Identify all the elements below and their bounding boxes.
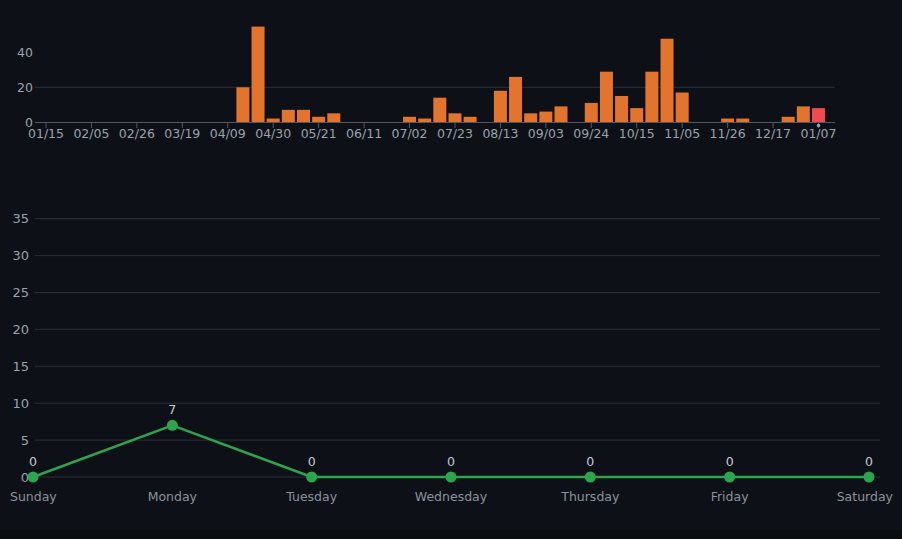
charts-canvas: 0204001/1502/0502/2603/1904/0904/3005/21…: [0, 0, 902, 539]
commit-week-bar[interactable]: [252, 27, 265, 122]
day-point-dot: [724, 472, 735, 483]
bar-chart-x-tick-label: 04/30: [255, 126, 291, 141]
line-chart-y-tick-label: 25: [12, 285, 29, 300]
bar-chart-x-tick-label: 05/21: [301, 126, 337, 141]
line-chart-y-tick-label: 30: [12, 248, 29, 263]
commit-week-bar[interactable]: [721, 119, 734, 122]
day-label: Friday: [711, 489, 749, 504]
day-label: Sunday: [10, 489, 57, 504]
commit-activity-page: 0204001/1502/0502/2603/1904/0904/3005/21…: [0, 0, 902, 539]
day-label: Monday: [148, 489, 198, 504]
bar-chart-x-tick-label: 12/17: [755, 126, 791, 141]
commit-week-bar[interactable]: [494, 91, 507, 122]
point-value-label: 0: [447, 454, 455, 469]
line-chart-y-tick-label: 10: [12, 396, 29, 411]
line-chart-y-tick-label: 5: [21, 433, 29, 448]
commit-week-bar[interactable]: [448, 113, 461, 122]
commit-week-bar[interactable]: [236, 87, 249, 122]
day-of-week-line-chart: 051015202530350Sunday7Monday0Tuesday0Wed…: [10, 211, 894, 504]
commit-week-bar[interactable]: [464, 117, 477, 122]
commit-week-bar[interactable]: [403, 117, 416, 122]
bar-chart-x-tick-label: 07/23: [437, 126, 473, 141]
bar-chart-x-tick-label: 01/07: [800, 126, 836, 141]
bar-chart-x-tick-label: 07/02: [392, 126, 428, 141]
commit-week-bar[interactable]: [418, 119, 431, 122]
day-label: Saturday: [837, 489, 894, 504]
bar-chart-x-tick-label: 09/03: [528, 126, 564, 141]
bar-chart-x-tick-label: 02/05: [73, 126, 109, 141]
day-point-dot: [306, 472, 317, 483]
bar-chart-x-tick-label: 02/26: [119, 126, 155, 141]
commit-week-bar[interactable]: [615, 96, 628, 122]
day-label: Wednesday: [415, 489, 488, 504]
day-point-dot: [585, 472, 596, 483]
bar-chart-x-tick-label: 01/15: [28, 126, 64, 141]
day-point-dot: [28, 472, 39, 483]
commit-week-bar[interactable]: [509, 77, 522, 122]
bar-chart-x-tick-label: 09/24: [573, 126, 609, 141]
commit-week-bar[interactable]: [327, 113, 340, 122]
commit-week-bar[interactable]: [539, 112, 552, 122]
commit-week-bar[interactable]: [782, 117, 795, 122]
line-chart-y-tick-label: 15: [12, 359, 29, 374]
point-value-label: 0: [865, 454, 873, 469]
weekly-commits-bar-chart: 0204001/1502/0502/2603/1904/0904/3005/21…: [17, 27, 836, 141]
commit-week-bar[interactable]: [585, 103, 598, 122]
commit-week-bar[interactable]: [645, 72, 658, 122]
bar-chart-x-tick-label: 11/26: [710, 126, 746, 141]
day-label: Thursday: [560, 489, 620, 504]
commit-week-bar[interactable]: [282, 110, 295, 122]
point-value-label: 0: [29, 454, 37, 469]
line-chart-y-tick-label: 20: [12, 322, 29, 337]
bar-chart-y-tick-label: 40: [17, 45, 33, 60]
day-of-week-line: [33, 425, 869, 477]
point-value-label: 0: [586, 454, 594, 469]
commit-week-bar[interactable]: [630, 108, 643, 122]
commit-week-bar[interactable]: [736, 119, 749, 122]
bar-chart-x-tick-label: 03/19: [164, 126, 200, 141]
commit-week-bar[interactable]: [661, 39, 674, 122]
point-value-label: 0: [308, 454, 316, 469]
commit-week-bar[interactable]: [797, 106, 810, 122]
selected-week-bar[interactable]: [812, 108, 825, 122]
day-point-dot: [445, 472, 456, 483]
commit-week-bar[interactable]: [554, 106, 567, 122]
day-point-dot: [167, 420, 178, 431]
commit-week-bar[interactable]: [676, 93, 689, 122]
bottom-strip: [0, 530, 902, 539]
bar-chart-y-tick-label: 20: [17, 80, 33, 95]
commit-week-bar[interactable]: [267, 119, 280, 122]
commit-week-bar[interactable]: [433, 98, 446, 122]
point-value-label: 0: [726, 454, 734, 469]
line-chart-y-tick-label: 35: [12, 211, 29, 226]
bar-chart-x-tick-label: 08/13: [482, 126, 518, 141]
day-label: Tuesday: [285, 489, 337, 504]
week-selection-marker-dot: [817, 124, 821, 128]
commit-week-bar[interactable]: [312, 117, 325, 122]
commit-week-bar[interactable]: [297, 110, 310, 122]
commit-week-bar[interactable]: [524, 113, 537, 122]
point-value-label: 7: [168, 402, 176, 417]
day-point-dot: [863, 472, 874, 483]
bar-chart-x-tick-label: 06/11: [346, 126, 382, 141]
bar-chart-x-tick-label: 11/05: [664, 126, 700, 141]
commit-week-bar[interactable]: [600, 72, 613, 122]
bar-chart-x-tick-label: 10/15: [619, 126, 655, 141]
bar-chart-x-tick-label: 04/09: [210, 126, 246, 141]
